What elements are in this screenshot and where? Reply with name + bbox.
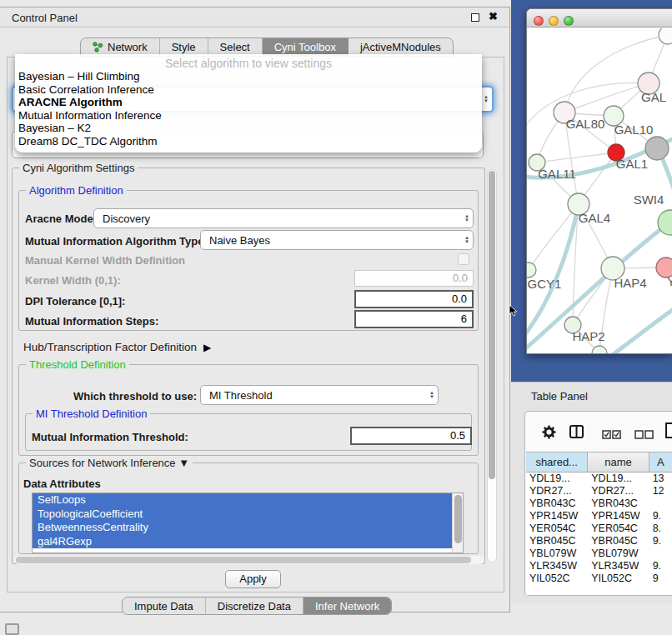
mi-steps-field[interactable]: 6 [354,310,474,328]
tab-infer-network[interactable]: Infer Network [303,598,391,614]
algorithm-option[interactable]: Bayesian – Hill Climbing [15,70,482,83]
mi-threshold-label: Mutual Information Threshold: [32,431,188,443]
tab-label: Style [172,38,196,56]
tab-impute-data[interactable]: Impute Data [123,598,206,614]
column-header-name[interactable]: name [588,452,649,472]
expand-arrow-icon[interactable]: ▶ [203,342,211,353]
attribute-list-item[interactable]: SelfLoops [33,493,454,508]
select-all-checkboxes-icon[interactable] [602,428,622,442]
control-panel-title: Control Panel [12,12,78,24]
table-cell: YBR043C [588,498,649,510]
network-edge[interactable] [606,303,672,354]
aracne-mode-combobox[interactable]: Discovery ▲▼ [93,208,474,228]
algorithm-option[interactable]: Basic Correlation Inference [15,83,482,97]
node-label: HAP2 [572,329,604,343]
minimize-traffic-light-icon[interactable] [549,16,559,26]
manual-kernel-width-checkbox[interactable] [458,253,469,265]
tab-cyni-toolbox[interactable]: Cyni Toolbox [263,38,349,56]
table-row[interactable]: YDL19...YDL19...13 [526,472,672,485]
table-cell: YBR043C [526,498,588,510]
sources-group-title: Sources for Network Inference ▼ [26,457,193,469]
sources-title-text: Sources for Network Inference [29,457,176,469]
table-card: shared...nameA YDL19...YDL19...13YDR27..… [524,411,672,596]
hub-definition-label: Hub/Transcription Factor Definition [23,341,197,353]
minimized-panel-icon[interactable] [5,623,19,635]
tab-label: Select [220,38,250,56]
table-cell: YIL052C [588,572,649,585]
apply-button[interactable]: Apply [225,570,281,588]
tab-network[interactable]: Network [81,38,160,56]
algorithm-option[interactable]: Mutual Information Inference [15,109,482,122]
mi-threshold-field[interactable]: 0.5 [350,427,472,445]
node-label: HAP4 [614,276,646,290]
table-cell: 9. [649,510,672,522]
network-node[interactable] [592,346,607,354]
attribute-list-item[interactable]: gal4RGexp [33,535,454,549]
table-cell: 12 [649,485,672,498]
scrollbar-thumb[interactable] [16,557,471,563]
mi-algorithm-type-combobox[interactable]: Naive Bayes ▲▼ [200,230,474,250]
scrollbar-thumb[interactable] [454,495,462,543]
settings-vertical-scrollbar[interactable] [487,169,497,562]
network-node[interactable] [645,137,669,160]
combo-stepper-icon: ▲▼ [484,95,489,103]
table-row[interactable]: YBR043CYBR043C [526,498,672,510]
node-table[interactable]: shared...nameA YDL19...YDL19...13YDR27..… [526,452,672,595]
node-label: Y [667,274,672,288]
column-header-shared[interactable]: shared... [526,452,588,472]
new-table-icon[interactable] [665,422,672,442]
kernel-width-field[interactable]: 0.0 [354,270,474,287]
table-cell: YPR145W [588,510,649,522]
network-edge[interactable] [537,152,616,162]
table-cell: YBL079W [526,548,588,560]
table-cell: 9. [649,535,672,548]
threshold-definition-title: Threshold Definition [26,358,129,371]
gear-icon[interactable] [542,425,556,442]
tab-jactivemnodules[interactable]: jActiveMNodules [349,38,453,56]
table-row[interactable]: YBL079WYBL079W [526,548,672,560]
combo-stepper-icon: ▲▼ [464,214,469,222]
table-cell: YER054C [588,522,649,535]
tab-discretize-data[interactable]: Discretize Data [206,598,303,614]
attribute-list-item[interactable]: TopologicalCoefficient [33,508,454,522]
zoom-traffic-light-icon[interactable] [564,16,574,26]
network-node-gcy1[interactable] [527,262,536,278]
attribute-list-item[interactable]: BetweennessCentrality [33,521,454,535]
close-traffic-light-icon[interactable] [534,16,544,26]
network-node[interactable] [659,28,672,44]
data-attributes-list[interactable]: SelfLoopsTopologicalCoefficientBetweenne… [32,492,464,553]
table-row[interactable]: YER054CYER054C8. [526,522,672,535]
table-cell: YBR045C [588,535,649,548]
network-window-titlebar[interactable] [527,9,672,28]
scrollbar-thumb[interactable] [489,171,495,479]
table-cell [649,548,672,560]
float-window-icon[interactable] [471,13,479,22]
close-panel-icon[interactable]: ✖ [489,10,498,22]
collapse-arrow-icon[interactable]: ▼ [178,457,189,469]
columns-icon[interactable] [569,425,584,442]
control-panel-window: Control Panel ✖ NetworkStyleSelectCyni T… [0,7,510,612]
network-graph-canvas[interactable]: GALGAL80GAL10GAL1GAL11GAL4SWI4GCY1HAP4YH… [527,28,672,354]
table-row[interactable]: YBR045CYBR045C9. [526,535,672,548]
algorithm-option[interactable]: Bayesian – K2 [15,122,482,135]
table-row[interactable]: YDR27...YDR27...12 [526,485,672,498]
tab-select[interactable]: Select [208,38,263,56]
attributes-list-scrollbar[interactable] [452,493,463,552]
network-view-window[interactable]: GALGAL80GAL10GAL1GAL11GAL4SWI4GCY1HAP4YH… [526,8,672,354]
tab-style[interactable]: Style [160,38,208,56]
table-row[interactable]: YPR145WYPR145W9. [526,510,672,522]
which-threshold-combobox[interactable]: MI Threshold ▲▼ [200,385,439,405]
node-label: GAL11 [538,167,576,181]
algorithm-option[interactable]: ARACNE Algorithm [15,96,482,109]
algorithm-option[interactable]: Dream8 DC_TDC Algorithm [15,135,482,148]
table-cell: YLR345W [526,560,588,572]
table-row[interactable]: YLR345WYLR345W9. [526,560,672,572]
table-cell: YDR27... [588,485,649,498]
control-panel-titlebar[interactable]: Control Panel ✖ [0,8,509,28]
table-row[interactable]: YIL052CYIL052C9 [526,572,672,585]
column-header-A[interactable]: A [649,452,672,472]
settings-horizontal-scrollbar[interactable] [14,556,484,564]
hub-definition-expander[interactable]: Hub/Transcription Factor Definition▶ [23,341,211,353]
deselect-all-checkboxes-icon[interactable] [634,428,654,442]
dpi-tolerance-field[interactable]: 0.0 [354,290,474,308]
